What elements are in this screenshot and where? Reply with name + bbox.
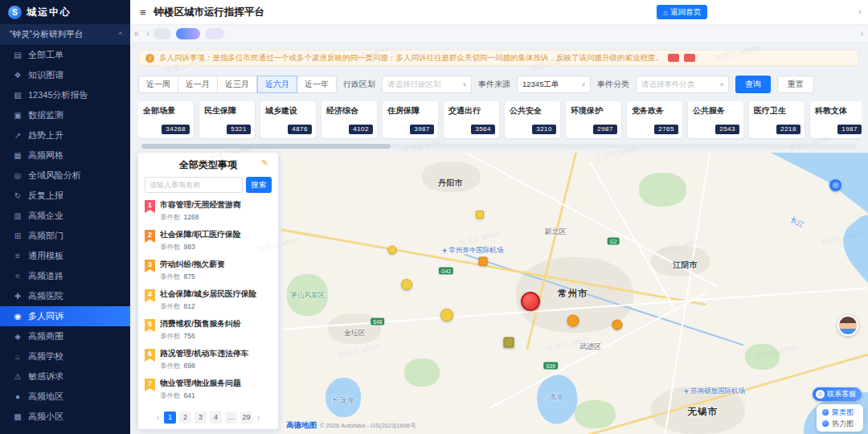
tab-chip-inactive-2[interactable] [205,28,224,39]
sidebar-item-general-template[interactable]: ≡通用模板 [0,246,130,266]
category-select[interactable]: 请选择事件分类 ▾ [636,76,729,93]
scene-card-environment[interactable]: 环境保护2987 [566,101,621,138]
sidebar-section-header[interactable]: “钟灵”分析研判平台 ^ [0,24,130,45]
tabs-next-icon[interactable]: › [861,29,863,38]
sidebar-item-risk-analysis[interactable]: ◎全域风险分析 [0,166,130,186]
page-next-icon[interactable]: › [256,413,261,422]
scene-card-label: 民生保障 [204,105,250,117]
event-marker-mid[interactable] [479,257,488,266]
sidebar-item-repeat-report[interactable]: ↻反复上报 [0,186,130,206]
page-ellipsis[interactable]: … [225,411,237,424]
list-item[interactable]: 6 路况管理/机动车违法停车 事件数698 [138,346,278,375]
sidebar-item-sensitive-appeal[interactable]: ⚠敏感诉求 [0,366,130,387]
scene-card-public-safety[interactable]: 公共安全3210 [505,101,560,138]
map-label-wuxi: 无锡市 [687,406,718,418]
cards-scrollbar-thumb[interactable] [141,144,391,149]
source-select[interactable]: 12345工单 ▾ [517,76,591,93]
sidebar-item-high-freq-grid[interactable]: ▦高频网格 [0,145,130,166]
back-home-button[interactable]: ⌂ 返回首页 [657,5,707,19]
list-item[interactable]: 7 物业管理/物业服务问题 事件数641 [138,375,278,405]
hamburger-icon[interactable]: ≡ [140,6,146,18]
sidebar-item-12345-report[interactable]: ▧12345分析报告 [0,85,130,105]
sidebar-item-multi-complaint[interactable]: ◉多人同诉 [0,306,130,326]
time-range-year[interactable]: 近一年 [297,76,337,93]
sidebar-item-high-freq-school[interactable]: ⌂高频学校 [0,346,130,366]
sidebar-item-label: 全域风险分析 [28,170,81,182]
item-title: 社会保障/城乡居民医疗保险 [160,289,272,300]
contact-service-label: 联系客服 [827,389,856,399]
trend-up-icon: ↗ [13,131,23,140]
list-item[interactable]: 2 社会保障/职工医疗保险 事件数983 [138,227,278,256]
sidebar-item-high-freq-community[interactable]: ▩高频小区 [0,407,130,427]
school-icon: ⌂ [13,352,23,361]
event-search-input[interactable] [145,177,243,193]
event-cluster-marker-low[interactable] [387,246,396,255]
bookmark-icon[interactable]: ✎ [262,158,268,167]
list-item[interactable]: 4 社会保障/城乡居民医疗保险 事件数812 [138,286,278,316]
sidebar-item-high-freq-region[interactable]: ●高频地区 [0,387,130,407]
scene-card-traffic[interactable]: 交通出行3564 [444,101,499,138]
page-29[interactable]: 29 [240,411,252,424]
page-prev-icon[interactable]: ‹ [155,413,161,422]
page-3[interactable]: 3 [194,411,207,424]
event-cluster-marker-high[interactable] [521,292,540,311]
info-banner: ! 多人同诉事项：是指多位市民通过一个或多个渠道反映的同一类问题；多人同诉往往是… [138,50,858,66]
event-marker-low[interactable] [476,211,484,219]
time-range-6months[interactable]: 近六月 [257,76,297,93]
district-select[interactable]: 请选择行政区划 ▾ [382,76,472,93]
sidebar-item-high-freq-department[interactable]: ⊞高频部门 [0,226,130,246]
event-marker-olive[interactable] [504,337,514,347]
list-item[interactable]: 3 劳动纠纷/拖欠薪资 事件数875 [138,256,278,286]
list-item[interactable]: 5 消费维权/预售服务纠纷 事件数756 [138,316,278,346]
cluster-layer-toggle[interactable]: 聚类图 [822,407,858,418]
count-label: 事件数 [160,391,181,401]
item-title: 市容管理/无照经营游商 [160,200,272,211]
event-cluster-marker-low[interactable] [440,309,453,321]
sidebar-item-all-orders[interactable]: ▤全部工单 [0,45,130,65]
reset-button[interactable]: 重置 [777,76,814,93]
map-label-yangtze: 长江 [788,215,806,231]
event-cluster-marker-mid[interactable] [612,319,623,330]
contact-service-button[interactable]: ☺ 联系客服 [813,387,862,401]
scene-card-livelihood[interactable]: 民生保障5321 [199,101,255,138]
rank-badge: 3 [145,260,155,272]
time-range-month[interactable]: 近一月 [178,76,218,93]
event-cluster-marker-mid[interactable] [567,314,579,326]
sidebar-item-label: 高频道路 [28,270,63,282]
event-cluster-marker-low[interactable] [401,279,412,290]
sidebar-item-high-freq-business[interactable]: ◈高频商圈 [0,326,130,346]
heatmap-layer-toggle[interactable]: 热力图 [822,418,858,429]
chevron-down-icon: ▾ [463,81,466,88]
tabs-prev-icon[interactable]: ‹ [147,29,149,38]
scene-card-construction[interactable]: 城乡建设4876 [260,101,316,138]
sidebar-item-knowledge-graph[interactable]: ❖知识图谱 [0,65,130,85]
scene-card-count: 34268 [162,125,190,134]
tab-chip-active[interactable] [176,28,200,39]
tab-chip-inactive[interactable] [154,28,171,39]
scene-card-party-affairs[interactable]: 党务政务2765 [627,101,682,138]
collapse-right-icon[interactable]: ‹ [858,6,862,16]
sidebar-item-label: 趋势上升 [28,129,63,141]
time-range-week[interactable]: 近一周 [138,76,178,93]
list-item[interactable]: 1 市容管理/无照经营游商 事件数1268 [138,197,278,227]
map-canvas[interactable]: G42 S39 G2 S48 丹阳市 新北区 常州市 武进区 金坛区 江阴市 无… [281,153,868,434]
service-avatar[interactable] [837,315,858,336]
tabs-collapse-left-icon[interactable]: « [134,29,139,38]
scene-card-housing[interactable]: 住房保障3987 [383,101,438,138]
time-range-3months[interactable]: 近三月 [218,76,257,93]
sidebar-item-trend-up[interactable]: ↗趋势上升 [0,125,130,145]
page-2[interactable]: 2 [179,411,191,424]
sidebar-item-high-freq-road[interactable]: ≈高频道路 [0,266,130,286]
sidebar-item-high-freq-enterprise[interactable]: ▥高频企业 [0,206,130,226]
scene-card-public-service[interactable]: 公共服务2543 [688,101,743,138]
sidebar-item-data-monitor[interactable]: ▣数据监测 [0,105,130,125]
scene-card-education[interactable]: 科教文体1987 [810,101,862,138]
page-1[interactable]: 1 [164,411,176,424]
query-button[interactable]: 查询 [735,76,771,93]
scene-card-economy[interactable]: 经济综合4102 [321,101,377,138]
page-4[interactable]: 4 [210,411,222,424]
scene-card-health[interactable]: 医疗卫生2218 [749,101,805,138]
search-button[interactable]: 搜索 [246,177,272,193]
scene-card-all[interactable]: 全部场景34268 [138,101,194,138]
sidebar-item-high-freq-hospital[interactable]: ✚高频医院 [0,286,130,306]
